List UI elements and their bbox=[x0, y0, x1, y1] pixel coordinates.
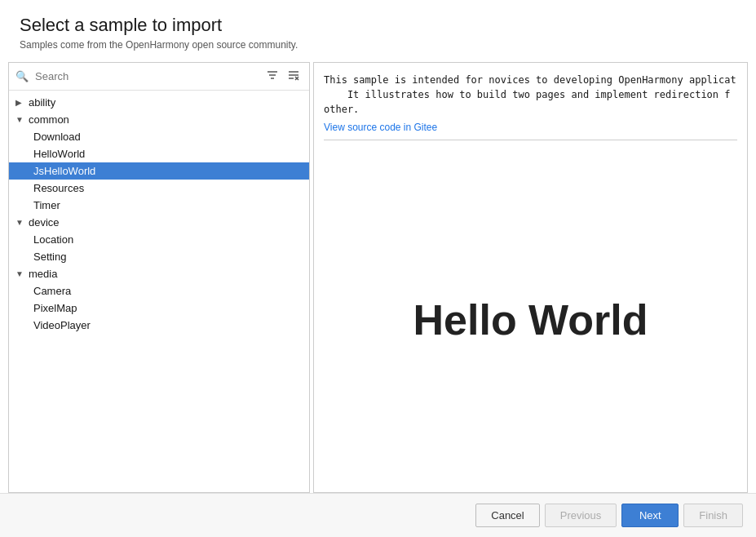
tree-item-pixelmap[interactable]: PixelMap bbox=[9, 300, 309, 317]
search-input[interactable] bbox=[35, 70, 260, 82]
tree-item-location[interactable]: Location bbox=[9, 231, 309, 248]
tree-group-header-media[interactable]: ▼ media bbox=[9, 265, 309, 282]
left-panel: 🔍 bbox=[8, 62, 310, 493]
arrow-ability: ▶ bbox=[15, 98, 25, 107]
tree-group-device: ▼ device Location Setting bbox=[9, 214, 309, 265]
tree-group-header-common[interactable]: ▼ common bbox=[9, 111, 309, 128]
tree-area: ▶ ability ▼ common Download HelloWorld J… bbox=[9, 91, 309, 492]
tree-item-jshelloworld[interactable]: JsHelloWorld bbox=[9, 162, 309, 180]
tree-group-label-device: device bbox=[29, 216, 60, 229]
tree-item-setting[interactable]: Setting bbox=[9, 248, 309, 265]
tree-group-label-common: common bbox=[29, 113, 69, 126]
tree-item-timer[interactable]: Timer bbox=[9, 197, 309, 214]
next-button[interactable]: Next bbox=[621, 504, 679, 527]
tree-item-camera[interactable]: Camera bbox=[9, 282, 309, 300]
dialog-body: 🔍 bbox=[0, 62, 756, 493]
tree-group-label-ability: ability bbox=[29, 96, 55, 109]
tree-group-label-media: media bbox=[29, 268, 57, 280]
tree-item-download[interactable]: Download bbox=[9, 128, 309, 145]
search-icon: 🔍 bbox=[15, 70, 29, 82]
tree-group-media: ▼ media Camera PixelMap VideoPlayer bbox=[9, 265, 309, 334]
right-panel: This sample is intended for novices to d… bbox=[313, 62, 748, 493]
import-sample-dialog: Select a sample to import Samples come f… bbox=[0, 0, 756, 537]
tree-group-header-device[interactable]: ▼ device bbox=[9, 214, 309, 231]
cancel-button[interactable]: Cancel bbox=[475, 504, 539, 527]
tree-item-resources[interactable]: Resources bbox=[9, 180, 309, 197]
preview-description: This sample is intended for novices to d… bbox=[314, 63, 747, 122]
preview-image-area: Hello World bbox=[314, 147, 747, 492]
preview-separator bbox=[324, 140, 737, 140]
preview-hello-world: Hello World bbox=[413, 295, 648, 344]
view-source-link[interactable]: View source code in Gitee bbox=[314, 122, 747, 133]
tree-group-ability: ▶ ability bbox=[9, 94, 309, 111]
dialog-subtitle: Samples come from the OpenHarmony open s… bbox=[20, 39, 736, 51]
filter-group-button[interactable] bbox=[285, 68, 303, 85]
tree-group-common: ▼ common Download HelloWorld JsHelloWorl… bbox=[9, 111, 309, 214]
filter-sort-button[interactable] bbox=[263, 68, 281, 85]
arrow-common: ▼ bbox=[15, 115, 25, 124]
tree-group-header-ability[interactable]: ▶ ability bbox=[9, 94, 309, 111]
finish-button[interactable]: Finish bbox=[683, 504, 743, 527]
dialog-header: Select a sample to import Samples come f… bbox=[0, 0, 756, 62]
tree-item-helloworld[interactable]: HelloWorld bbox=[9, 145, 309, 162]
arrow-media: ▼ bbox=[15, 269, 25, 278]
arrow-device: ▼ bbox=[15, 218, 25, 227]
previous-button[interactable]: Previous bbox=[545, 504, 617, 527]
dialog-title: Select a sample to import bbox=[20, 15, 736, 36]
dialog-footer: Cancel Previous Next Finish bbox=[0, 493, 756, 537]
search-bar: 🔍 bbox=[9, 63, 309, 91]
tree-item-videoplayer[interactable]: VideoPlayer bbox=[9, 317, 309, 334]
